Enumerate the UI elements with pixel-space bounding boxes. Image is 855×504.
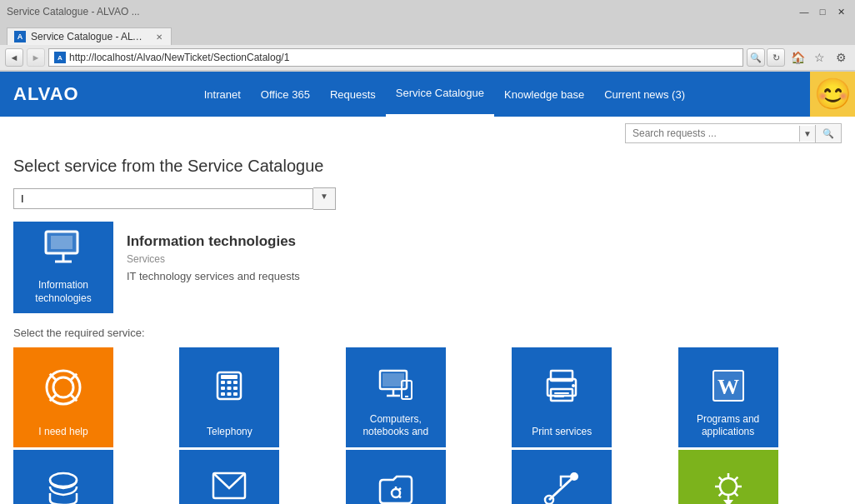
address-url: http://localhost/Alvao/NewTicket/Section… bbox=[69, 52, 738, 63]
nav-link-current-news[interactable]: Current news (3) bbox=[594, 72, 695, 117]
corporate-icon bbox=[45, 470, 82, 504]
selected-category-icon[interactable]: Informationtechnologies bbox=[13, 222, 113, 313]
main-content: Select service from the Service Catalogu… bbox=[0, 147, 855, 504]
tile-programs[interactable]: W Programs and applications bbox=[678, 347, 778, 447]
tile-praises[interactable]: Praises, compaints, and ideas bbox=[678, 450, 778, 504]
toolbar-right: 🏠 ☆ ⚙ bbox=[788, 48, 850, 67]
svg-rect-14 bbox=[233, 381, 238, 384]
search-address-button[interactable]: 🔍 bbox=[747, 48, 765, 67]
svg-rect-17 bbox=[233, 387, 238, 390]
address-favicon: A bbox=[54, 52, 66, 63]
close-button[interactable]: ✕ bbox=[833, 4, 848, 19]
search-box: ▼ 🔍 bbox=[625, 123, 842, 143]
selected-category-card: Informationtechnologies Information tech… bbox=[13, 222, 842, 313]
tab-favicon: A bbox=[14, 31, 26, 42]
nav-link-office365[interactable]: Office 365 bbox=[251, 72, 320, 117]
svg-rect-31 bbox=[554, 392, 569, 394]
svg-point-43 bbox=[570, 472, 578, 481]
svg-line-52 bbox=[734, 477, 738, 481]
settings-button[interactable]: ⚙ bbox=[832, 48, 850, 67]
home-button[interactable]: 🏠 bbox=[788, 48, 807, 67]
svg-rect-12 bbox=[221, 381, 225, 384]
selected-category-description: IT technology services and requests bbox=[127, 270, 300, 282]
svg-line-53 bbox=[718, 492, 722, 496]
nav-link-intranet[interactable]: Intranet bbox=[194, 72, 251, 117]
maximize-button[interactable]: □ bbox=[815, 4, 830, 19]
tile-computers[interactable]: Computers, notebooks and bbox=[346, 347, 446, 447]
print-icon bbox=[542, 367, 581, 412]
telephony-icon bbox=[211, 367, 248, 412]
svg-rect-15 bbox=[221, 387, 225, 390]
user-avatar[interactable]: 😊 bbox=[810, 72, 855, 117]
top-navigation: ALVAO Intranet Office 365 Requests Servi… bbox=[0, 72, 855, 117]
nav-links: Intranet Office 365 Requests Service Cat… bbox=[194, 72, 695, 117]
search-bar: ▼ 🔍 bbox=[0, 117, 855, 147]
svg-rect-16 bbox=[228, 387, 232, 390]
search-go-button[interactable]: 🔍 bbox=[815, 125, 841, 142]
nav-link-knowledge-base[interactable]: Knowledge base bbox=[494, 72, 594, 117]
page-title: Select service from the Service Catalogu… bbox=[13, 157, 842, 176]
tile-corporate[interactable]: Corporate information systém bbox=[13, 450, 113, 504]
svg-point-33 bbox=[572, 384, 575, 387]
search-input[interactable] bbox=[626, 124, 799, 142]
svg-rect-32 bbox=[554, 396, 564, 397]
svg-line-50 bbox=[718, 477, 722, 481]
title-bar: Service Catalogue - ALVAO ... — □ ✕ bbox=[0, 0, 855, 23]
tile-email[interactable]: E-mail bbox=[179, 450, 279, 504]
svg-text:W: W bbox=[718, 375, 739, 399]
svg-rect-13 bbox=[228, 381, 232, 384]
tab-close-button[interactable]: ✕ bbox=[156, 32, 162, 42]
tab-bar: A Service Catalogue - ALVAO ... ✕ bbox=[0, 23, 855, 45]
nav-link-requests[interactable]: Requests bbox=[320, 72, 386, 117]
section-label: Select the required service: bbox=[13, 327, 842, 339]
refresh-button[interactable]: ↻ bbox=[767, 48, 785, 67]
nav-link-service-catalogue[interactable]: Service Catalogue bbox=[386, 72, 494, 117]
svg-rect-21 bbox=[221, 375, 238, 379]
computers-icon bbox=[377, 367, 415, 410]
search-dropdown-button[interactable]: ▼ bbox=[799, 126, 815, 142]
avatar-image: 😊 bbox=[814, 77, 852, 112]
programs-icon: W bbox=[710, 367, 747, 412]
back-button[interactable]: ◄ bbox=[5, 48, 23, 67]
selected-category-label: Informationtechnologies bbox=[30, 279, 96, 305]
favorites-button[interactable]: ☆ bbox=[810, 48, 828, 67]
forward-button[interactable]: ► bbox=[27, 48, 45, 67]
tile-telephony[interactable]: Telephony bbox=[179, 347, 279, 447]
browser-chrome: Service Catalogue - ALVAO ... — □ ✕ A Se… bbox=[0, 0, 855, 72]
tile-remote[interactable]: Remote access to the network bbox=[512, 450, 612, 504]
shared-icon bbox=[377, 470, 415, 504]
browser-tab[interactable]: A Service Catalogue - ALVAO ... ✕ bbox=[7, 27, 172, 45]
tile-help[interactable]: I need help bbox=[13, 347, 113, 447]
tile-programs-label: Programs and applications bbox=[685, 413, 772, 439]
tile-help-label: I need help bbox=[38, 426, 88, 439]
selected-category-subtitle: Services bbox=[127, 253, 300, 265]
filter-row: ▼ bbox=[13, 187, 842, 210]
app-container: ALVAO Intranet Office 365 Requests Servi… bbox=[0, 72, 855, 504]
tile-shared[interactable]: Shared files and folders bbox=[346, 450, 446, 504]
tile-print-label: Print services bbox=[532, 426, 592, 439]
svg-point-45 bbox=[720, 478, 737, 495]
svg-line-40 bbox=[398, 488, 401, 491]
svg-rect-18 bbox=[221, 392, 225, 396]
minimize-button[interactable]: — bbox=[797, 4, 812, 19]
filter-input[interactable] bbox=[13, 188, 313, 209]
selected-category-info: Information technologies Services IT tec… bbox=[113, 222, 313, 313]
email-icon bbox=[210, 470, 248, 504]
selected-category-title: Information technologies bbox=[127, 233, 300, 250]
address-field[interactable]: A http://localhost/Alvao/NewTicket/Secti… bbox=[48, 48, 743, 67]
svg-point-6 bbox=[53, 377, 73, 397]
title-bar-controls: — □ ✕ bbox=[797, 4, 848, 19]
svg-rect-20 bbox=[233, 392, 238, 396]
praises-icon bbox=[709, 470, 748, 504]
help-icon bbox=[43, 367, 83, 415]
tab-title: Service Catalogue - ALVAO ... bbox=[31, 31, 148, 42]
service-tiles-grid: I need help bbox=[13, 347, 842, 504]
svg-line-51 bbox=[734, 492, 738, 496]
category-icon-symbol bbox=[42, 230, 84, 274]
address-bar: ◄ ► A http://localhost/Alvao/NewTicket/S… bbox=[0, 45, 855, 71]
svg-rect-4 bbox=[51, 236, 72, 249]
tile-computers-label: Computers, notebooks and bbox=[352, 413, 439, 439]
filter-dropdown-button[interactable]: ▼ bbox=[313, 187, 336, 210]
remote-icon bbox=[542, 470, 581, 504]
tile-print[interactable]: Print services bbox=[512, 347, 612, 447]
